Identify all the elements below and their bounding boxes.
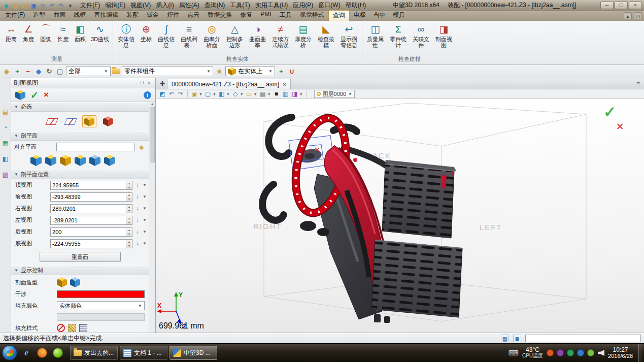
ribbon-tab[interactable]: 数据交换 xyxy=(204,10,236,21)
part-statistics-button[interactable]: Σ零件统计 xyxy=(387,22,410,54)
flip-direction-button[interactable]: ↓ xyxy=(134,192,141,201)
cancel-button[interactable]: × xyxy=(44,90,49,100)
pick-plus-icon[interactable]: + xyxy=(277,67,286,76)
tray-app-icon[interactable] xyxy=(567,349,574,356)
cpu-temp-widget[interactable]: 43°C CPU温度 xyxy=(522,347,543,358)
tray-app-icon[interactable] xyxy=(587,349,594,356)
spinner[interactable]: ▲▼ xyxy=(126,193,132,201)
manager-tab-icon-1[interactable]: ▤ xyxy=(1,108,10,116)
new-tab-icon[interactable]: ✚ xyxy=(158,79,167,89)
pick-style-icon[interactable]: ★ xyxy=(215,67,224,76)
bottom-plane-cube-icon[interactable] xyxy=(104,155,115,166)
confirm-check-button[interactable]: ✓ xyxy=(603,104,616,120)
dropdown-caret-icon[interactable]: ▼ xyxy=(143,194,147,199)
menu-item[interactable]: 工具(T) xyxy=(227,1,252,10)
menu-item[interactable]: 查询(N) xyxy=(202,1,228,10)
folder-icon[interactable] xyxy=(112,69,120,74)
draft-check-button[interactable]: ◣检查拔模 xyxy=(315,22,337,54)
entity-filter-select[interactable]: 零件和组件 ▼ xyxy=(122,67,213,76)
spinner[interactable]: ▲▼ xyxy=(126,205,132,213)
ribbon-tab[interactable]: 文件(F) xyxy=(1,10,29,21)
ribbon-tab[interactable]: 电极 xyxy=(350,10,370,21)
ribbon-tab[interactable]: 修复 xyxy=(236,10,256,21)
related-files-button[interactable]: ∞关联文件 xyxy=(410,22,432,54)
panel-float-button[interactable]: ❐ xyxy=(139,80,146,86)
ribbon-tab[interactable]: 造型 xyxy=(29,10,49,21)
continuity-error-button[interactable]: ≠连续方式错误 xyxy=(269,22,292,54)
pick-magnet-icon[interactable]: ∪ xyxy=(287,67,296,76)
align-plane-input[interactable] xyxy=(56,143,135,151)
ribbon-tab[interactable]: 焊件 xyxy=(163,10,183,21)
arc-button[interactable]: ⌒圆弧 xyxy=(37,22,54,54)
mass-properties-button[interactable]: ◫质量属性 xyxy=(364,22,387,54)
open-icon[interactable]: ▥ xyxy=(20,2,29,10)
menu-item[interactable]: 编辑(E) xyxy=(103,1,128,10)
tray-app-icon[interactable] xyxy=(557,349,564,356)
ok-button[interactable]: ✓ xyxy=(30,89,39,101)
tray-app-icon[interactable] xyxy=(577,349,584,356)
curve-info-button[interactable]: ∫曲线信息 xyxy=(155,22,178,54)
taskbar-window-button[interactable]: 文档 1 - ... xyxy=(120,346,167,360)
info-icon[interactable]: i xyxy=(144,91,151,99)
filter-scope-select[interactable]: 全部 ▼ xyxy=(66,67,111,76)
shape-option-icon[interactable] xyxy=(57,277,67,287)
menu-item[interactable]: 窗口(W) xyxy=(316,1,343,10)
speaker-icon[interactable] xyxy=(598,350,604,356)
reset-plane-button[interactable]: 重置面 xyxy=(40,252,121,262)
ribbon-tab[interactable]: 工具 xyxy=(276,10,296,21)
manager-tab-icon-4[interactable]: ◧ xyxy=(1,155,10,163)
spinner[interactable]: ▲▼ xyxy=(126,228,132,236)
dropdown-caret-icon[interactable]: ▼ xyxy=(143,229,147,234)
pick-solid-icon[interactable]: ◆ xyxy=(34,67,43,76)
pick-target-select[interactable]: 在实体上 ▼ xyxy=(225,67,275,76)
background-icon[interactable]: ■ xyxy=(273,90,281,98)
no-fill-icon[interactable] xyxy=(57,324,65,332)
status-grid-icon[interactable]: ▦ xyxy=(501,335,509,342)
close-button[interactable]: × xyxy=(629,2,642,9)
section-header-plane[interactable]: ▼ 剖平面 xyxy=(11,131,149,141)
fill-color-select[interactable]: 实体颜色 ▼ xyxy=(57,301,145,310)
curvature-analysis-button[interactable]: ◎曲率分析面 xyxy=(200,22,223,54)
chevron-down-icon[interactable]: ▼ xyxy=(299,92,303,96)
shape-option-icon[interactable] xyxy=(70,277,80,287)
chevron-down-icon[interactable]: ▼ xyxy=(267,92,271,96)
view-redo-icon[interactable]: ↷ xyxy=(177,90,185,98)
ribbon-tab[interactable]: 线框 xyxy=(70,10,90,21)
shade-mode-icon[interactable]: ▣ xyxy=(190,90,198,98)
manager-tab-icon-5[interactable]: ▨ xyxy=(1,171,10,179)
section-header-display[interactable]: ▼ 显示控制 xyxy=(11,266,149,275)
chevron-down-icon[interactable]: ▼ xyxy=(240,92,244,96)
front-view-input[interactable] xyxy=(51,193,126,201)
interference-color-field[interactable] xyxy=(57,290,145,298)
tray-app-icon[interactable] xyxy=(547,349,554,356)
save-icon[interactable]: ▣ xyxy=(29,2,38,10)
top-plane-cube-icon[interactable] xyxy=(30,155,42,166)
section-view-button[interactable]: ◨剖面视图 xyxy=(432,22,455,54)
flip-direction-button[interactable]: ↓ xyxy=(134,216,141,224)
curve-3d-button[interactable]: ∿3D曲线 xyxy=(89,22,111,54)
chevron-down-icon[interactable]: ▼ xyxy=(199,92,202,96)
bend-info-button[interactable]: ↩显示拐弯信息 xyxy=(337,22,360,54)
edge-display-icon[interactable]: ▢ xyxy=(204,90,212,98)
viewport-layout-icon[interactable]: ▥ xyxy=(282,90,290,98)
zoom-mode-icon[interactable]: ◇ xyxy=(231,90,240,98)
dropdown-caret-icon[interactable]: ▼ xyxy=(143,241,147,246)
distance-button[interactable]: ↔距离 xyxy=(3,22,20,54)
app-logo-icon[interactable]: ◆ xyxy=(2,2,11,10)
plane-pick-icon[interactable]: ◈ xyxy=(138,143,146,151)
ribbon-tab[interactable]: 点云 xyxy=(183,10,204,21)
flip-direction-button[interactable]: ↓ xyxy=(134,204,141,213)
control-polygon-button[interactable]: △控制多边形 xyxy=(223,22,246,54)
status-input[interactable] xyxy=(525,335,641,342)
print-icon[interactable]: ▦ xyxy=(39,2,47,10)
section-corner-type-icon[interactable] xyxy=(101,115,115,127)
view-orientation-icon[interactable]: ◧ xyxy=(218,90,226,98)
front-plane-cube-icon[interactable] xyxy=(45,155,56,166)
hatch-fill-icon[interactable] xyxy=(68,324,76,332)
thickness-analysis-button[interactable]: ▤厚度分析 xyxy=(292,22,315,54)
ribbon-tab[interactable]: 模具 xyxy=(389,10,409,21)
maximize-button[interactable]: ▢ xyxy=(615,2,628,9)
ribbon-tab[interactable]: 曲面 xyxy=(49,10,70,21)
model-canvas[interactable]: BACK RIGHT LEFT BOTTOM FRONT xyxy=(156,99,644,333)
surface-curvature-button[interactable]: ◑曲面曲率 xyxy=(246,22,269,54)
